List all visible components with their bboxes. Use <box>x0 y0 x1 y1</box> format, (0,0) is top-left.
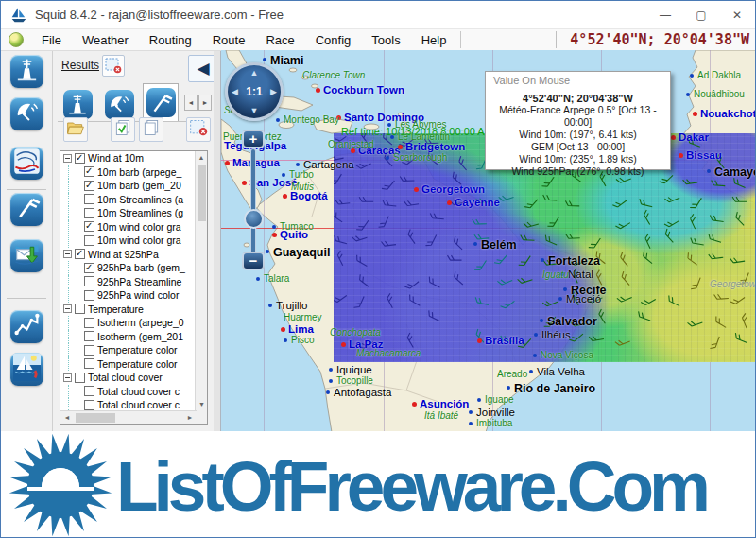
layer-checkbox[interactable] <box>84 181 94 191</box>
menu-item-race[interactable]: Race <box>255 31 304 49</box>
layer-checkbox[interactable] <box>84 318 94 328</box>
city-dot <box>412 402 417 407</box>
tree-row[interactable]: 10m wind color gra <box>60 234 207 248</box>
layer-checkbox[interactable] <box>84 235 94 246</box>
tree-row[interactable]: Total cloud cover c <box>60 385 207 399</box>
layer-checkbox[interactable] <box>84 331 94 341</box>
scroll-left-icon[interactable]: ◄ <box>60 414 74 421</box>
tree-row[interactable]: Wind at 925hPa <box>60 248 207 262</box>
tree-row[interactable]: 925hPa Streamline <box>60 275 207 289</box>
tree-row[interactable]: Temperature color <box>60 357 207 372</box>
tree-row[interactable]: Total cloud cover <box>60 371 207 385</box>
results-tab-satellite[interactable] <box>101 87 137 121</box>
globe-icon[interactable] <box>9 32 24 47</box>
pan-right-icon[interactable]: ▶ <box>270 87 277 96</box>
layer-checkbox[interactable] <box>75 153 85 164</box>
menu-item-tools[interactable]: Tools <box>361 31 410 49</box>
city-label: Oranjestad <box>328 139 374 149</box>
menu-item-file[interactable]: File <box>31 31 72 49</box>
maximize-button[interactable]: ▢ <box>683 1 719 29</box>
menu-item-config[interactable]: Config <box>305 31 362 49</box>
minimize-button[interactable]: — <box>647 1 683 29</box>
tree-row[interactable]: 10m wind color gra <box>60 220 207 234</box>
tree-row[interactable]: Wind at 10m <box>60 151 207 165</box>
layer-checkbox[interactable] <box>84 221 94 232</box>
tree-row[interactable]: 10m barb (arpege_ <box>60 165 207 180</box>
layer-checkbox[interactable] <box>84 345 94 356</box>
windbarb-tool-button[interactable] <box>10 193 43 226</box>
route-tool-button[interactable] <box>10 310 43 343</box>
tree-row[interactable]: 925hPa wind color <box>60 288 207 303</box>
zoom-slider-handle[interactable] <box>244 209 264 229</box>
tree-row[interactable]: 10m Streamlines (a <box>60 193 207 207</box>
layer-checkbox[interactable] <box>84 290 94 301</box>
title-bar[interactable]: Squid 8.4.2 - rajan@listoffreeware.com -… <box>1 1 755 29</box>
menu-item-help[interactable]: Help <box>411 31 457 49</box>
tree-vertical-scrollbar[interactable]: ▲ ▼ <box>195 151 207 424</box>
map-pan-control[interactable]: ▲ ▼ ◀ ▶ 1:1 <box>225 62 284 121</box>
zoom-slider-track[interactable] <box>250 148 256 254</box>
expand-collapse-icon[interactable] <box>63 154 72 163</box>
scroll-thumb[interactable] <box>76 413 115 423</box>
grib-mail-tool-button[interactable] <box>10 239 43 272</box>
tree-row[interactable]: Temperature <box>60 303 207 317</box>
synoptic-tool-button[interactable] <box>10 147 43 180</box>
tree-row[interactable]: 10m barb (gem_20 <box>60 179 207 193</box>
menu-item-routing[interactable]: Routing <box>139 31 202 49</box>
layer-checkbox[interactable] <box>84 208 94 218</box>
city-dot <box>276 118 280 122</box>
city-dot <box>707 169 711 173</box>
layer-checkbox[interactable] <box>75 373 85 383</box>
tree-row[interactable]: 10m Streamlines (g <box>60 206 207 220</box>
tab-next-button[interactable]: ► <box>198 95 212 111</box>
folder-open-button[interactable] <box>63 117 88 142</box>
zoom-in-button[interactable]: + <box>242 130 265 148</box>
regatta-tool-button[interactable] <box>10 353 43 386</box>
layer-checkbox[interactable] <box>84 358 94 369</box>
results-tab-station[interactable] <box>60 87 95 121</box>
expand-collapse-icon[interactable] <box>63 373 72 382</box>
clear-results-button[interactable] <box>102 55 125 77</box>
tree-horizontal-scrollbar[interactable]: ◄ ► <box>60 410 197 424</box>
tree-row[interactable]: Isotherm (gem_201 <box>60 330 207 344</box>
scroll-down-icon[interactable]: ▼ <box>196 398 208 410</box>
pan-down-icon[interactable]: ▼ <box>250 106 259 115</box>
tree-row[interactable]: Isotherm (arpege_0 <box>60 316 207 330</box>
expand-collapse-icon[interactable] <box>63 304 72 313</box>
pan-left-icon[interactable]: ◀ <box>232 87 238 96</box>
layer-checkbox[interactable] <box>75 249 85 259</box>
city-dot <box>477 338 482 343</box>
menu-item-weather[interactable]: Weather <box>72 31 139 49</box>
tree-row[interactable]: 925hPa barb (gem_ <box>60 261 207 275</box>
scroll-up-icon[interactable]: ▲ <box>196 151 207 164</box>
value-on-mouse-panel: Value On Mouse 4°52'40"N; 20°04'38"W Mét… <box>485 71 671 170</box>
uncheck-all-button[interactable] <box>139 117 163 142</box>
check-all-button[interactable] <box>111 117 135 142</box>
layer-checkbox[interactable] <box>84 166 94 177</box>
zoom-out-button[interactable]: − <box>242 252 265 270</box>
satellite-tool-button[interactable] <box>10 97 43 130</box>
close-button[interactable]: ✕ <box>719 1 755 29</box>
menu-item-route[interactable]: Route <box>202 31 256 49</box>
tree-row[interactable]: Temperature color <box>60 343 207 357</box>
tab-prev-button[interactable]: ◄ <box>184 95 198 111</box>
zoom-scale-label[interactable]: 1:1 <box>246 85 262 98</box>
city-label: Talara <box>264 273 289 284</box>
results-link[interactable]: Results <box>61 59 99 72</box>
layer-checkbox[interactable] <box>84 400 94 410</box>
city-dot <box>679 153 683 158</box>
clear-red-button[interactable] <box>186 117 211 142</box>
layer-checkbox[interactable] <box>84 194 94 204</box>
layer-checkbox[interactable] <box>75 304 85 314</box>
layer-checkbox[interactable] <box>84 263 94 273</box>
layer-checkbox[interactable] <box>84 386 94 396</box>
scroll-right-icon[interactable]: ► <box>183 414 197 421</box>
station-tool-button[interactable] <box>10 55 43 88</box>
window-title: Squid 8.4.2 - rajan@listoffreeware.com -… <box>35 8 284 22</box>
layer-checkbox[interactable] <box>84 276 94 286</box>
results-tab-windbarb[interactable] <box>143 83 179 122</box>
expand-collapse-icon[interactable] <box>63 250 72 258</box>
pan-up-icon[interactable]: ▲ <box>250 68 259 78</box>
scroll-thumb[interactable] <box>198 165 206 221</box>
route-icon <box>13 311 41 342</box>
